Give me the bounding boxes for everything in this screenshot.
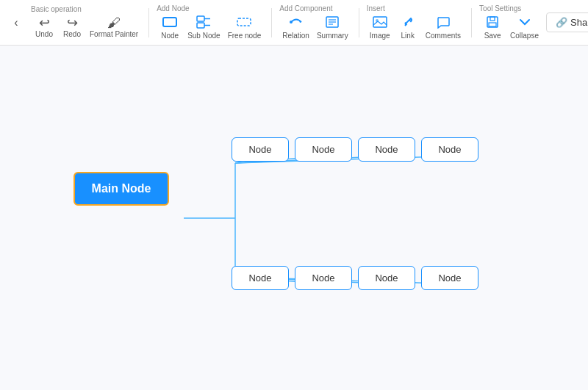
toolbar-group-basic: Basic operation ↩ Undo ↪ Redo 🖌 Format P… bbox=[31, 5, 141, 40]
sub-node-button[interactable]: Sub Node bbox=[184, 14, 223, 41]
basic-operation-label: Basic operation bbox=[31, 5, 82, 13]
share-label: Share bbox=[570, 17, 588, 28]
tool-settings-label: Tool Settings bbox=[479, 4, 521, 12]
format-painter-icon: 🖌 bbox=[107, 16, 121, 29]
undo-label: Undo bbox=[35, 30, 53, 38]
summary-label: Summary bbox=[317, 32, 348, 40]
summary-button[interactable]: Summary bbox=[314, 14, 351, 41]
svg-rect-1 bbox=[197, 16, 204, 21]
svg-rect-16 bbox=[489, 23, 496, 26]
bottom-node-4[interactable]: Node bbox=[421, 266, 478, 290]
redo-icon: ↪ bbox=[67, 16, 78, 29]
free-node-icon bbox=[237, 15, 251, 31]
svg-rect-5 bbox=[237, 18, 251, 26]
collapse-icon bbox=[517, 15, 532, 31]
save-label: Save bbox=[484, 32, 501, 40]
svg-rect-2 bbox=[197, 23, 204, 28]
add-node-label: Add Node bbox=[157, 4, 189, 12]
collapse-label: Collapse bbox=[510, 32, 539, 40]
redo-label: Redo bbox=[63, 30, 81, 38]
relation-label: Relation bbox=[282, 32, 309, 40]
image-button[interactable]: Image bbox=[367, 14, 393, 41]
share-button[interactable]: 🔗 Share bbox=[546, 12, 588, 32]
divider-2 bbox=[271, 8, 272, 37]
comments-icon bbox=[436, 15, 451, 31]
back-button[interactable]: ‹ bbox=[6, 12, 26, 33]
svg-rect-0 bbox=[163, 18, 176, 26]
top-node-1[interactable]: Node bbox=[232, 137, 289, 162]
bottom-node-2[interactable]: Node bbox=[295, 266, 352, 290]
free-node-button[interactable]: Free node bbox=[225, 14, 265, 41]
sub-node-icon bbox=[196, 15, 211, 31]
toolbar-group-add-component: Add Component Relation Summary bbox=[279, 4, 351, 41]
free-node-label: Free node bbox=[228, 32, 262, 40]
save-icon bbox=[485, 15, 500, 31]
mindmap-lines bbox=[0, 46, 588, 390]
top-node-2[interactable]: Node bbox=[295, 137, 352, 162]
format-painter-button[interactable]: 🖌 Format Painter bbox=[87, 15, 141, 40]
divider-1 bbox=[148, 8, 149, 37]
toolbar-group-insert: Insert Image Link bbox=[367, 4, 464, 41]
toolbar: ‹ Basic operation ↩ Undo ↪ Redo 🖌 Format… bbox=[0, 0, 588, 46]
toolbar-group-tool-settings: Tool Settings Save Collapse bbox=[479, 4, 542, 41]
toolbar-group-add-node: Add Node Node Sub Node bbox=[157, 4, 264, 41]
save-button[interactable]: Save bbox=[479, 14, 506, 41]
canvas[interactable]: Main Node Node Node Node Node Node Node … bbox=[0, 46, 588, 390]
redo-button[interactable]: ↪ Redo bbox=[59, 15, 85, 40]
comments-label: Comments bbox=[426, 32, 461, 40]
node-icon bbox=[162, 15, 177, 31]
format-painter-label: Format Painter bbox=[90, 30, 138, 38]
main-node[interactable]: Main Node bbox=[74, 172, 169, 206]
sub-node-label: Sub Node bbox=[187, 32, 220, 40]
relation-button[interactable]: Relation bbox=[279, 14, 312, 41]
undo-icon: ↩ bbox=[39, 16, 50, 29]
top-node-4[interactable]: Node bbox=[421, 137, 478, 162]
toolbar-right: 🔗 Share 📤 Export bbox=[546, 12, 588, 32]
bottom-node-3[interactable]: Node bbox=[358, 266, 415, 290]
divider-3 bbox=[359, 8, 359, 37]
summary-icon bbox=[325, 15, 340, 31]
undo-button[interactable]: ↩ Undo bbox=[31, 15, 57, 40]
link-icon bbox=[401, 15, 415, 31]
svg-point-7 bbox=[290, 21, 293, 24]
collapse-button[interactable]: Collapse bbox=[507, 14, 542, 41]
share-icon: 🔗 bbox=[556, 17, 567, 28]
relation-icon bbox=[289, 15, 304, 31]
link-label: Link bbox=[401, 32, 415, 40]
link-button[interactable]: Link bbox=[395, 14, 421, 41]
image-icon bbox=[373, 15, 387, 31]
image-label: Image bbox=[370, 32, 390, 40]
bottom-node-1[interactable]: Node bbox=[232, 266, 289, 290]
top-node-3[interactable]: Node bbox=[358, 137, 415, 162]
node-button[interactable]: Node bbox=[157, 14, 183, 41]
node-label: Node bbox=[161, 32, 179, 40]
divider-4 bbox=[471, 8, 472, 37]
add-component-label: Add Component bbox=[279, 4, 332, 12]
insert-label: Insert bbox=[367, 4, 385, 12]
comments-button[interactable]: Comments bbox=[423, 14, 464, 41]
svg-rect-12 bbox=[373, 17, 387, 27]
